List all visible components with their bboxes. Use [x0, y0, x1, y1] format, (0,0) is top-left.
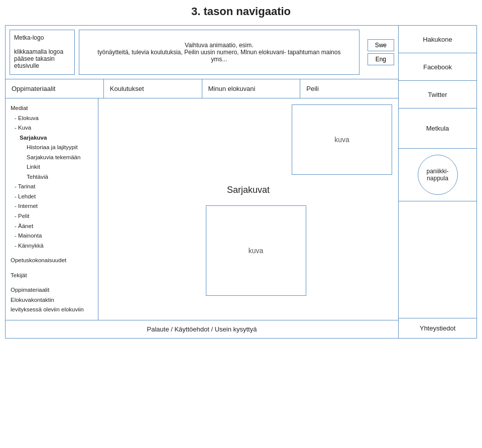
facebook-section[interactable]: Facebook: [399, 53, 476, 81]
menu-item-opetuskokonaisuudet[interactable]: Opetuskokonaisuudet: [11, 256, 93, 266]
menu-item-elokuvakontaktin[interactable]: Elokuvakontaktin: [11, 295, 93, 305]
paniikki-section[interactable]: paniikki- nappula: [399, 149, 476, 201]
yhteystiedot-label: Yhteystiedot: [420, 324, 456, 332]
page-title: 3. tason navigaatio: [5, 5, 477, 18]
nav-label-peili: Peili: [306, 85, 319, 92]
nav-label-oppimateriaalit: Oppimateriaalit: [12, 85, 55, 92]
menu-item-sarjakuva-header: Sarjakuva: [11, 133, 93, 143]
content-area: Mediat - Elokuva - Kuva Sarjakuva Histor…: [6, 98, 398, 320]
hakukone-label: Hakukone: [423, 36, 452, 43]
bottom-image-row: kuva: [104, 205, 392, 296]
nav-bar: Oppimateriaalit Koulutukset Minun elokuv…: [6, 79, 398, 98]
top-image-label: kuva: [334, 136, 349, 144]
menu-item-kannykkä[interactable]: - Kännykkä: [11, 241, 93, 251]
nav-item-minun-elokuvani[interactable]: Minun elokuvani: [202, 79, 301, 98]
main-area: Metka-logo klikkaamalla logoa pääsee tak…: [6, 26, 399, 338]
center-content: kuva Sarjakuvat kuva: [98, 98, 398, 320]
nav-label-minun-elokuvani: Minun elokuvani: [208, 85, 256, 92]
left-menu: Mediat - Elokuva - Kuva Sarjakuva Histor…: [6, 98, 98, 320]
menu-item-aanet[interactable]: - Äänet: [11, 221, 93, 232]
sarjakuvat-label: Sarjakuvat: [104, 180, 392, 200]
logo-text: Metka-logo klikkaamalla logoa pääsee tak…: [14, 34, 70, 69]
footer-links[interactable]: Palaute / Käyttöehdot / Usein kysyttyä: [147, 325, 257, 333]
menu-item-sarjakuvia[interactable]: Sarjakuvia tekemään: [11, 153, 93, 163]
paniikki-circle[interactable]: paniikki- nappula: [418, 155, 458, 195]
menu-item-linkit[interactable]: Linkit: [11, 162, 93, 172]
paniikki-label: paniikki- nappula: [426, 168, 448, 182]
menu-item-tehtavia[interactable]: Tehtäviä: [11, 172, 93, 182]
metkula-label: Metkula: [426, 125, 449, 132]
menu-item-levityksessa[interactable]: levityksessä oleviin elokuviin: [11, 305, 93, 315]
top-bar: Metka-logo klikkaamalla logoa pääsee tak…: [6, 26, 398, 79]
menu-item-mainonta[interactable]: - Mainonta: [11, 231, 93, 241]
menu-item-tekijat[interactable]: Tekijät: [11, 271, 93, 281]
menu-item-elokuva[interactable]: - Elokuva: [11, 114, 93, 124]
logo-box: Metka-logo klikkaamalla logoa pääsee tak…: [10, 30, 75, 75]
menu-item-historiaa[interactable]: Historiaa ja lajityypit: [11, 143, 93, 153]
top-image-box: kuva: [292, 104, 392, 175]
twitter-label: Twitter: [428, 91, 447, 98]
menu-item-oppimateriaalit[interactable]: Oppimateriaalit: [11, 285, 93, 295]
lang-eng-button[interactable]: Eng: [368, 53, 394, 65]
menu-item-kuva[interactable]: - Kuva: [11, 123, 93, 133]
bottom-image-label: kuva: [249, 247, 264, 255]
lang-buttons: Swe Eng: [364, 26, 398, 79]
nav-item-koulutukset[interactable]: Koulutukset: [104, 79, 202, 98]
nav-item-oppimateriaalit[interactable]: Oppimateriaalit: [6, 79, 104, 98]
nav-item-peili[interactable]: Peili: [300, 79, 398, 98]
menu-item-pelit[interactable]: - Pelit: [11, 211, 93, 221]
top-image-row: kuva: [104, 104, 392, 175]
menu-item-tarinat[interactable]: - Tarinat: [11, 182, 93, 192]
nav-label-koulutukset: Koulutukset: [110, 85, 144, 92]
footer-bar: Palaute / Käyttöehdot / Usein kysyttyä: [6, 320, 398, 338]
metkula-section[interactable]: Metkula: [399, 108, 476, 149]
bottom-image-box: kuva: [206, 205, 306, 296]
animation-text: Vaihtuva animaatio, esim. työnäytteitä, …: [89, 42, 349, 63]
right-sidebar: Hakukone Facebook Twitter Metkula paniik…: [399, 26, 476, 338]
menu-item-internet[interactable]: - Internet: [11, 201, 93, 211]
menu-item-lehdet[interactable]: - Lehdet: [11, 192, 93, 202]
hakukone-section[interactable]: Hakukone: [399, 26, 476, 53]
facebook-label: Facebook: [423, 63, 452, 71]
lang-swe-button[interactable]: Swe: [368, 39, 394, 51]
animation-box: Vaihtuva animaatio, esim. työnäytteitä, …: [79, 30, 359, 75]
yhteystiedot-section[interactable]: Yhteystiedot: [399, 318, 476, 338]
rs-spacer: [399, 201, 476, 318]
twitter-section[interactable]: Twitter: [399, 81, 476, 108]
menu-item-mediat[interactable]: Mediat: [11, 103, 93, 114]
main-container: Metka-logo klikkaamalla logoa pääsee tak…: [5, 25, 477, 339]
